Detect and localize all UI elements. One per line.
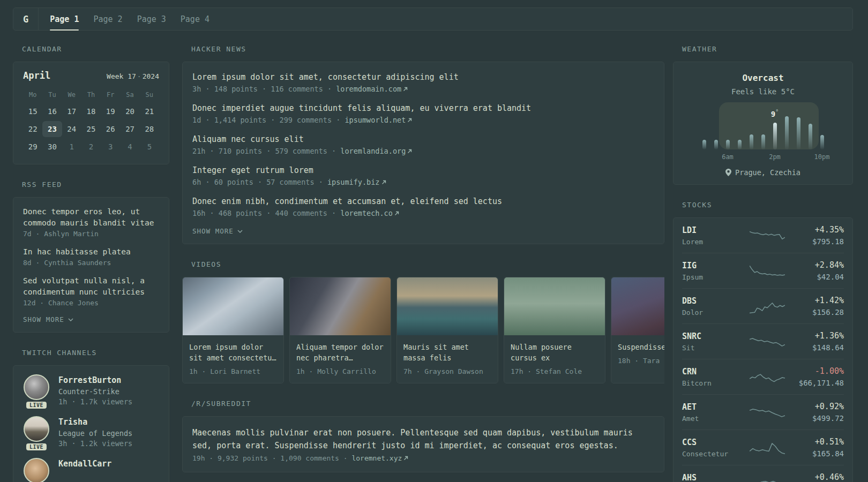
hackernews-item: Donec imperdiet augue tincidunt felis al…: [192, 103, 654, 124]
calendar-section-title: CALENDAR: [22, 45, 169, 53]
weather-condition: Overcast: [683, 73, 843, 83]
middle-column: HACKER NEWS Lorem ipsum dolor sit amet, …: [182, 45, 664, 482]
left-column: CALENDAR April Week 17·2024 MoTuWeThFrSa…: [13, 45, 169, 482]
weather-bar: [738, 140, 742, 149]
stock-price: $499.72: [795, 414, 844, 423]
rss-item-title[interactable]: Sed volutpat nulla nisl, a condimentum n…: [23, 275, 159, 298]
video-thumbnail: [504, 277, 605, 335]
calendar-day: 25: [81, 121, 101, 137]
weather-bar: [809, 124, 812, 149]
tab-page-2[interactable]: Page 2: [93, 8, 122, 30]
rss-item-title[interactable]: In hac habitasse platea: [23, 246, 159, 258]
rss-show-more-button[interactable]: SHOW MORE: [23, 315, 159, 323]
calendar-month: April: [23, 70, 50, 81]
twitch-channel-name[interactable]: KendallCarr: [58, 458, 111, 469]
calendar-day: 20: [120, 103, 139, 119]
tab-page-1[interactable]: Page 1: [50, 8, 79, 30]
video-meta: 18h · Tara: [618, 357, 664, 365]
external-link-icon: [403, 456, 408, 461]
hackernews-item-title[interactable]: Donec imperdiet augue tincidunt felis al…: [192, 103, 654, 114]
avatar: [24, 458, 49, 482]
calendar-day: 19: [101, 103, 120, 119]
rss-item-meta: 8d · Cynthia Saunders: [23, 259, 159, 267]
calendar-day: 3: [101, 139, 120, 155]
weather-bar: [761, 134, 765, 149]
stock-change: +4.35%: [795, 225, 844, 235]
video-title: Aliquam tempor dolor nec pharetra…: [296, 342, 384, 363]
hackernews-item-meta: 16h · 468 points · 440 comments · loremt…: [192, 209, 654, 217]
twitch-avatar-wrap: LIVE: [23, 416, 50, 448]
stock-price: $148.64: [795, 343, 844, 352]
hackernews-show-more-button[interactable]: SHOW MORE: [192, 227, 654, 235]
rss-item-title[interactable]: Donec tempor eros leo, ut commodo mauris…: [23, 206, 159, 229]
video-title: Mauris sit amet massa felis: [403, 342, 491, 363]
hackernews-item-domain[interactable]: ipsumify.biz: [327, 178, 380, 186]
weather-bar: [702, 140, 706, 149]
twitch-channel-row[interactable]: LIVE Trisha League of Legends 3h · 1.2k …: [23, 416, 159, 448]
subreddit-post-domain[interactable]: loremnet.xyz: [351, 454, 402, 462]
calendar-year-label: 2024: [143, 72, 159, 80]
weather-section-title: WEATHER: [682, 45, 853, 53]
meta-text: 3h · 148 points · 116 comments ·: [192, 85, 336, 93]
stock-change: -1.00%: [795, 366, 844, 376]
stock-row: SNRCSit +1.36%$148.64: [682, 323, 844, 359]
chevron-down-icon: [237, 230, 243, 233]
twitch-channel-row[interactable]: KendallCarr: [23, 458, 159, 482]
hackernews-item-domain[interactable]: loremlandia.org: [340, 147, 406, 155]
hackernews-item-domain[interactable]: loremtech.co: [340, 209, 393, 217]
stock-sparkline: [740, 404, 795, 420]
hackernews-item-domain[interactable]: ipsumworld.net: [345, 116, 406, 124]
hackernews-item-title[interactable]: Donec enim nibh, condimentum et accumsan…: [192, 196, 654, 207]
avatar: [24, 374, 49, 400]
stock-sparkline: [740, 475, 795, 482]
subreddit-post-title[interactable]: Maecenas mollis pulvinar erat non posuer…: [192, 426, 654, 452]
twitch-channel-row[interactable]: LIVE ForrestBurton Counter-Strike 1h · 1…: [23, 374, 159, 406]
video-thumbnail: [183, 277, 283, 335]
calendar-weekdays: MoTuWeThFrSaSu: [23, 91, 159, 99]
stock-sparkline: [740, 298, 795, 314]
video-card[interactable]: Suspendisse diam 18h · Tara: [611, 277, 664, 383]
tab-page-4[interactable]: Page 4: [181, 8, 209, 30]
video-card[interactable]: Mauris sit amet massa felis 7h · Grayson…: [396, 277, 498, 383]
calendar-day: 15: [23, 103, 42, 119]
stock-ticker: LDI: [682, 225, 740, 235]
hackernews-item-domain[interactable]: loremdomain.com: [336, 85, 401, 93]
rss-item: Sed volutpat nulla nisl, a condimentum n…: [23, 275, 159, 307]
weather-bar-current: [773, 123, 777, 149]
hackernews-item-title[interactable]: Lorem ipsum dolor sit amet, consectetur …: [192, 72, 654, 83]
calendar-section: CALENDAR April Week 17·2024 MoTuWeThFrSa…: [13, 45, 169, 164]
rss-item: In hac habitasse platea 8d · Cynthia Sau…: [23, 246, 159, 267]
hackernews-item: Donec enim nibh, condimentum et accumsan…: [192, 196, 654, 217]
calendar-day: 4: [120, 139, 139, 155]
stock-change: +2.84%: [795, 260, 844, 270]
hackernews-item-title[interactable]: Aliquam nec cursus elit: [192, 134, 654, 145]
stock-sparkline: [740, 334, 795, 350]
calendar-day: 24: [62, 121, 81, 137]
external-link-icon: [403, 87, 408, 92]
twitch-channel-name[interactable]: Trisha: [58, 416, 132, 427]
twitch-channel-meta: 3h · 1.2k viewers: [58, 439, 132, 448]
right-column: WEATHER Overcast Feels like 5°C 9° 6am2p…: [673, 45, 853, 482]
calendar-week-year: Week 17·2024: [107, 72, 159, 80]
video-card[interactable]: Nullam posuere cursus ex 17h · Stefan Co…: [504, 277, 605, 383]
stock-ticker: SNRC: [682, 332, 740, 341]
stock-sparkline: [740, 228, 795, 244]
hackernews-item-title[interactable]: Integer eget rutrum lorem: [192, 165, 654, 176]
video-card[interactable]: Lorem ipsum dolor sit amet consectetu… 1…: [182, 277, 284, 383]
stock-row: CRNBitcorn -1.00%$66,171.48: [682, 359, 844, 394]
video-meta: 17h · Stefan Cole: [511, 367, 598, 375]
stock-name: Consectetur: [682, 450, 740, 458]
video-card[interactable]: Aliquam tempor dolor nec pharetra… 1h · …: [289, 277, 391, 383]
video-thumbnail: [290, 277, 391, 335]
weather-widget: Overcast Feels like 5°C 9° 6am2pm10pm Pr…: [673, 62, 853, 185]
twitch-channel-name[interactable]: ForrestBurton: [58, 374, 132, 385]
stock-change: +0.92%: [795, 402, 844, 411]
hackernews-item-meta: 1d · 1,414 points · 299 comments · ipsum…: [192, 116, 654, 124]
stock-row: AHS +0.46%: [682, 465, 844, 482]
hackernews-item: Integer eget rutrum lorem 6h · 60 points…: [192, 165, 654, 186]
stock-change: +1.42%: [795, 296, 844, 305]
tab-page-3[interactable]: Page 3: [137, 8, 166, 30]
twitch-avatar-wrap: LIVE: [23, 374, 50, 406]
stock-ticker: CRN: [682, 367, 740, 376]
stock-sparkline: [740, 369, 795, 385]
